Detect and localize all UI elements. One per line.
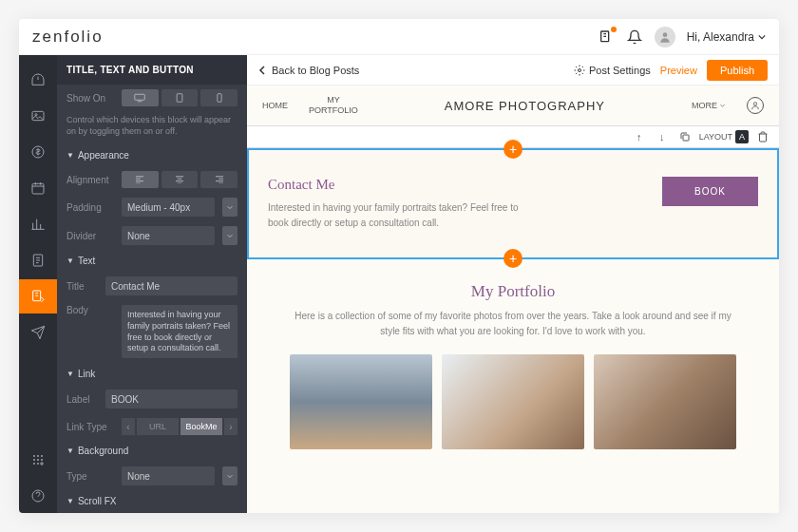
divider-chevron-icon[interactable] (222, 226, 238, 245)
rail-help[interactable] (19, 479, 57, 513)
properties-panel: TITLE, TEXT AND BUTTON Show On Control w… (57, 55, 247, 513)
svg-point-15 (37, 463, 38, 464)
alignment-label: Alignment (66, 175, 116, 185)
section-scrollfx[interactable]: ▼Scroll FX (57, 490, 247, 512)
divider-select[interactable]: None (122, 226, 215, 245)
title-input[interactable] (105, 276, 238, 295)
svg-rect-22 (683, 135, 689, 141)
link-label-input[interactable] (105, 390, 238, 408)
device-desktop[interactable] (122, 89, 159, 106)
arrow-left-icon (258, 66, 268, 75)
linktype-bookme[interactable]: BookMe (180, 418, 222, 435)
portfolio-desc: Here is a collection of some of my favor… (294, 309, 732, 339)
add-block-above[interactable]: + (504, 140, 522, 159)
link-type-label: Link Type (66, 422, 116, 432)
linktype-url[interactable]: URL (137, 418, 179, 435)
align-center[interactable] (162, 171, 199, 188)
notification-card-icon[interactable] (598, 28, 615, 46)
svg-rect-19 (218, 94, 221, 103)
bg-type-label: Type (66, 471, 116, 482)
svg-point-9 (37, 455, 38, 456)
move-up-button[interactable]: ↑ (631, 128, 648, 145)
svg-point-14 (33, 463, 34, 464)
delete-button[interactable] (754, 128, 771, 145)
section-text[interactable]: ▼Text (57, 250, 247, 272)
rail-edit[interactable] (19, 279, 57, 314)
contact-title: Contact Me (268, 177, 634, 193)
section-appearance[interactable]: ▼Appearance (57, 144, 247, 166)
rail-send[interactable] (19, 315, 57, 350)
svg-rect-17 (135, 94, 145, 100)
svg-point-12 (37, 459, 38, 460)
rail-selling[interactable] (19, 135, 57, 169)
padding-select[interactable]: Medium - 40px (122, 198, 215, 217)
bell-icon[interactable] (626, 28, 643, 46)
duplicate-button[interactable] (676, 128, 694, 145)
portfolio-image[interactable] (594, 354, 736, 449)
nav-more[interactable]: MORE (692, 101, 726, 110)
rail-reports[interactable] (19, 207, 57, 241)
show-on-help: Control which devices this block will ap… (57, 111, 247, 144)
svg-point-13 (41, 459, 42, 460)
canvas: Back to Blog Posts Post Settings Preview… (247, 55, 779, 513)
icon-rail (19, 55, 57, 513)
bg-type-select[interactable]: None (122, 466, 215, 485)
chevron-down-icon (719, 103, 726, 109)
selected-block[interactable]: + Contact Me Interested in having your f… (247, 148, 779, 259)
svg-rect-5 (32, 183, 44, 194)
svg-point-20 (578, 68, 580, 71)
site-title: AMORE PHOTOGRAPHY (379, 99, 671, 113)
gear-icon (574, 65, 585, 76)
contact-body: Interested in having your family portrai… (268, 200, 534, 231)
preview-button[interactable]: Preview (660, 65, 697, 76)
avatar[interactable] (655, 27, 675, 48)
title-label: Title (66, 281, 100, 292)
site-nav: HOME MY PORTFOLIO AMORE PHOTOGRAPHY MORE (247, 86, 779, 125)
padding-label: Padding (66, 202, 116, 213)
body-textarea[interactable] (122, 305, 238, 358)
portfolio-title: My Portfolio (266, 282, 760, 301)
chevron-down-icon (758, 33, 766, 41)
svg-point-8 (33, 455, 34, 456)
rail-documents[interactable] (19, 243, 57, 277)
divider-label: Divider (66, 231, 116, 241)
rail-media[interactable] (19, 99, 57, 133)
bg-chevron-icon[interactable] (222, 466, 238, 485)
nav-user-icon[interactable] (747, 97, 764, 114)
post-settings-button[interactable]: Post Settings (574, 65, 651, 76)
move-down-button[interactable]: ↓ (654, 128, 671, 145)
show-on-label: Show On (66, 93, 116, 104)
portfolio-image[interactable] (442, 354, 584, 449)
section-background[interactable]: ▼Background (57, 440, 247, 462)
add-block-below[interactable]: + (504, 249, 522, 268)
layout-swatch: A (735, 130, 749, 143)
section-link[interactable]: ▼Link (57, 363, 247, 385)
linktype-prev[interactable]: ‹ (122, 418, 135, 435)
greeting-text: Hi, Alexandra (687, 30, 754, 44)
padding-chevron-icon[interactable] (222, 198, 238, 217)
rail-dashboard[interactable] (19, 63, 57, 97)
rail-calendar[interactable] (19, 171, 57, 205)
nav-home[interactable]: HOME (262, 101, 288, 111)
user-menu[interactable]: Hi, Alexandra (687, 30, 766, 44)
svg-point-11 (33, 459, 34, 460)
device-mobile[interactable] (200, 89, 238, 106)
body-label: Body (66, 305, 116, 315)
linktype-next[interactable]: › (224, 418, 238, 435)
device-tablet[interactable] (162, 89, 199, 106)
back-button[interactable]: Back to Blog Posts (258, 65, 359, 76)
align-right[interactable] (200, 171, 238, 188)
layout-picker[interactable]: LAYOUTA (699, 130, 749, 143)
align-left[interactable] (122, 171, 159, 188)
book-button[interactable]: BOOK (662, 177, 758, 206)
rail-apps[interactable] (19, 443, 57, 477)
publish-button[interactable]: Publish (707, 60, 768, 81)
topbar: zenfolio Hi, Alexandra (19, 19, 779, 55)
svg-rect-18 (177, 94, 182, 103)
portfolio-image[interactable] (290, 354, 432, 449)
svg-point-1 (662, 32, 667, 37)
svg-point-10 (41, 455, 42, 456)
nav-portfolio[interactable]: MY PORTFOLIO (309, 95, 358, 116)
svg-point-21 (753, 103, 756, 105)
panel-title: TITLE, TEXT AND BUTTON (57, 55, 247, 85)
